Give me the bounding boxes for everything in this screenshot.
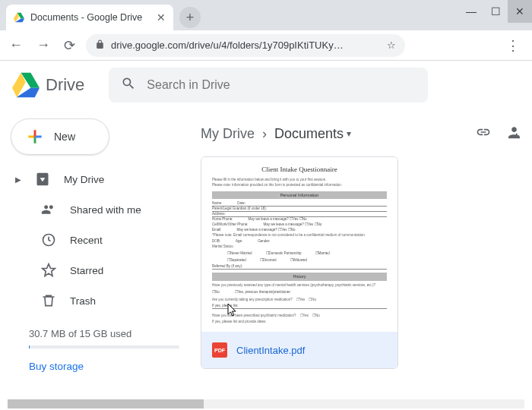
- sidebar-item-label: Recent: [70, 235, 103, 246]
- new-tab-button[interactable]: +: [179, 7, 201, 28]
- new-button-label: New: [54, 131, 75, 143]
- sidebar-item-label: Starred: [70, 265, 103, 276]
- sidebar-item-label: Shared with me: [70, 204, 141, 216]
- sidebar-item-recent[interactable]: Recent: [6, 225, 195, 255]
- breadcrumb-root[interactable]: My Drive: [201, 126, 255, 142]
- drive-product-name: Drive: [46, 75, 84, 95]
- drive-favicon: [14, 12, 24, 23]
- bookmark-star-icon[interactable]: ☆: [387, 39, 396, 51]
- share-icon[interactable]: [505, 125, 520, 144]
- sidebar-item-trash[interactable]: Trash: [6, 285, 195, 316]
- search-icon: [121, 76, 136, 94]
- address-bar[interactable]: drive.google.com/drive/u/4/folders/1y709…: [86, 34, 405, 57]
- browser-tab[interactable]: Documents - Google Drive ✕: [6, 5, 173, 30]
- search-box[interactable]: [109, 68, 428, 102]
- sidebar-item-label: My Drive: [64, 174, 104, 185]
- storage-section: 30.7 MB of 15 GB used Buy storage: [29, 328, 179, 372]
- file-thumbnail: Client Intake Questionnaire Please fill …: [201, 157, 397, 332]
- people-icon: [41, 202, 56, 217]
- buy-storage-link[interactable]: Buy storage: [29, 361, 179, 372]
- sidebar-item-my-drive[interactable]: ▶ My Drive: [6, 164, 195, 194]
- window-close-button[interactable]: ✕: [508, 0, 532, 23]
- chevron-down-icon: ▾: [347, 128, 351, 139]
- browser-toolbar: ← → ⟳ drive.google.com/drive/u/4/folders…: [0, 30, 532, 61]
- sidebar-item-shared[interactable]: Shared with me: [6, 194, 195, 225]
- file-name: ClientIntake.pdf: [236, 345, 305, 356]
- forward-button[interactable]: →: [33, 34, 53, 56]
- breadcrumb: My Drive › Documents ▾: [201, 115, 520, 152]
- plus-icon: [25, 127, 45, 147]
- browser-menu-button[interactable]: ⋮: [500, 37, 526, 54]
- chevron-right-icon: ▶: [15, 175, 21, 184]
- sidebar-item-starred[interactable]: Starred: [6, 255, 195, 285]
- breadcrumb-current[interactable]: Documents ▾: [274, 126, 351, 142]
- mouse-cursor-icon: [227, 303, 239, 318]
- tab-title: Documents - Google Drive: [30, 12, 150, 23]
- clock-icon: [41, 232, 56, 248]
- content-area: My Drive › Documents ▾ Client Intake Que…: [195, 109, 532, 410]
- file-card[interactable]: Client Intake Questionnaire Please fill …: [201, 156, 398, 369]
- drive-logo[interactable]: Drive: [12, 71, 84, 99]
- search-input[interactable]: [147, 78, 416, 92]
- drive-header: Drive: [0, 61, 532, 109]
- horizontal-scrollbar[interactable]: [8, 399, 524, 408]
- lock-icon: [95, 39, 105, 52]
- main-area: New ▶ My Drive Shared with me Recent Sta…: [0, 109, 532, 410]
- url-text: drive.google.com/drive/u/4/folders/1y709…: [111, 39, 381, 51]
- back-button[interactable]: ←: [6, 34, 26, 56]
- storage-text: 30.7 MB of 15 GB used: [29, 328, 179, 339]
- close-tab-icon[interactable]: ✕: [157, 11, 166, 24]
- window-maximize-button[interactable]: ☐: [483, 0, 508, 23]
- my-drive-icon: [35, 172, 50, 187]
- window-controls: — ☐ ✕: [459, 0, 532, 23]
- window-minimize-button[interactable]: —: [459, 0, 483, 23]
- browser-tab-strip: Documents - Google Drive ✕ + — ☐ ✕: [0, 0, 532, 30]
- reload-button[interactable]: ⟳: [61, 34, 78, 57]
- sidebar-item-label: Trash: [70, 295, 96, 307]
- new-button[interactable]: New: [11, 118, 109, 155]
- chevron-right-icon: ›: [262, 126, 267, 142]
- sidebar: New ▶ My Drive Shared with me Recent Sta…: [0, 109, 195, 410]
- get-link-icon[interactable]: [476, 125, 491, 144]
- star-icon: [41, 263, 56, 278]
- storage-bar: [29, 345, 179, 348]
- file-footer: PDF ClientIntake.pdf: [201, 332, 397, 368]
- trash-icon: [41, 293, 56, 308]
- pdf-icon: PDF: [212, 342, 227, 358]
